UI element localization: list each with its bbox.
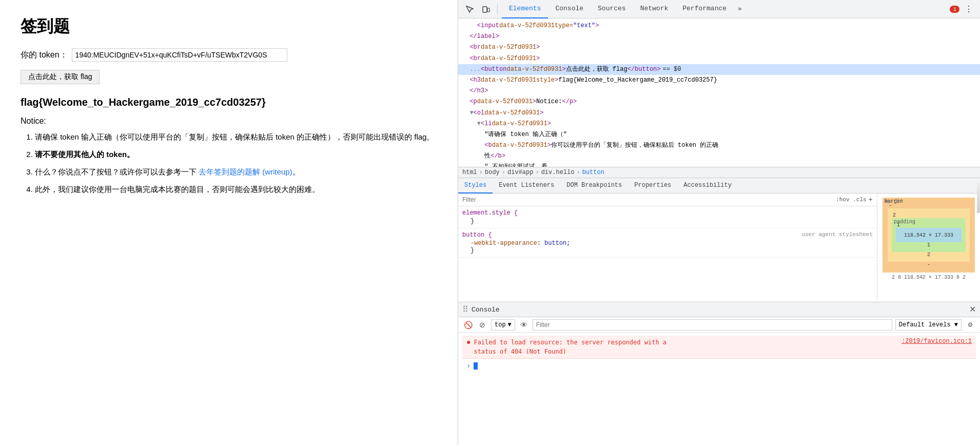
style-rule-header: element.style { (462, 209, 873, 217)
dom-line: <br data-v-52fd0931> (458, 42, 980, 53)
writeup-link[interactable]: 去年签到题的题解 (writeup) (199, 167, 292, 176)
styles-filter-pseudo[interactable]: :hov .cls (836, 197, 866, 203)
console-error-line: ● Failed to load resource: the server re… (462, 336, 976, 359)
bc-body[interactable]: body (485, 169, 500, 176)
dom-line: ▼ <ol data-v-52fd0931> (458, 108, 980, 119)
styles-panel: :hov .cls + element.style { } button { u… (458, 194, 980, 302)
error-line2: status of 404 (Not Found) (474, 348, 566, 355)
error-badge: 1 (950, 6, 959, 13)
bm-margin: margin - border 2 padding 1 118.542 × 17… (883, 198, 975, 273)
bc-button[interactable]: button (582, 169, 604, 176)
notice-title: Notice: (21, 117, 437, 126)
style-close-brace-button: } (462, 247, 873, 254)
bc-html[interactable]: html (462, 169, 477, 176)
breadcrumb: html › body › div#app › div.hello › butt… (458, 167, 980, 178)
styles-tab-properties[interactable]: Properties (628, 178, 677, 194)
bm-border-top: 2 (892, 212, 966, 218)
list-item: 请不要使用其他人的 token。 (35, 148, 437, 161)
dom-line: "请确保 token 输入正确（" (458, 129, 980, 140)
token-input[interactable] (72, 48, 287, 62)
console-clear-button[interactable]: 🚫 (462, 319, 474, 331)
page-title: 签到题 (21, 15, 437, 38)
devtools-right-icons: 1 ⋮ (950, 2, 976, 16)
console-eye-button[interactable]: 👁 (518, 319, 530, 331)
dom-line: </h3> (458, 86, 980, 96)
more-tabs-button[interactable]: » (734, 0, 746, 18)
webpage-content: 签到题 你的 token： 点击此处，获取 flag flag{Welcome_… (0, 0, 458, 445)
bm-padding-bottom: 1 (896, 242, 962, 248)
bc-app[interactable]: div#app (507, 169, 533, 176)
styles-tab-accessibility[interactable]: Accessibility (677, 178, 738, 194)
device-toolbar-button[interactable] (479, 2, 493, 16)
notice-item-3-pre: 什么？你说点不了按钮？或许你可以去参考一下 (35, 167, 199, 176)
console-levels-select[interactable]: Default levels ▼ (895, 319, 962, 331)
list-item: 什么？你说点不了按钮？或许你可以去参考一下 去年签到题的题解 (writeup)… (35, 166, 437, 178)
list-item: 此外，我们建议你使用一台电脑完成本比赛的题目，否则可能会遇到比较大的困难。 (35, 183, 437, 196)
style-selector: element.style { (462, 209, 518, 217)
styles-filter-input[interactable] (462, 196, 834, 203)
bm-border: border 2 padding 1 118.542 × 17.333 1 2 (888, 208, 970, 262)
error-line1: Failed to load resource: the server resp… (474, 339, 667, 346)
tab-sources[interactable]: Sources (591, 0, 633, 18)
console-filter-input[interactable] (533, 319, 892, 331)
svg-rect-0 (483, 7, 487, 12)
box-dims: 2 6 118.542 × 17.333 6 2 (892, 275, 966, 280)
dom-inspector[interactable]: <input data-v-52fd0931 type="text" > </l… (458, 18, 980, 167)
console-toolbar: 🚫 ⊘ top ▼ 👁 Default levels ▼ ⚙ (458, 317, 980, 333)
console-label: Console (472, 306, 500, 314)
console-prompt-line: › (462, 360, 976, 372)
tab-elements[interactable]: Elements (502, 0, 548, 18)
token-label: 你的 token： (21, 50, 68, 61)
close-console-button[interactable]: ✕ (969, 305, 976, 314)
console-cursor (474, 362, 478, 370)
console-context-select[interactable]: top ▼ (491, 319, 515, 331)
console-header: ⠿ Console ✕ (458, 302, 980, 317)
dom-line: <b data-v-52fd0931>你可以使用平台的「复制」按钮，确保粘贴后 … (458, 140, 980, 151)
dom-line-selected[interactable]: ... <button data-v-52fd0931>点击此处，获取 flag… (458, 64, 980, 75)
flag-text: flag{Welcome_to_Hackergame_2019_cc7cd032… (21, 96, 437, 108)
devtools-tabs: Elements Console Sources Network Perform… (502, 0, 948, 18)
dom-line: ▼ <li data-v-52fd0931> (458, 119, 980, 129)
style-rule-header-button: button { user agent stylesheet (462, 231, 873, 239)
token-row: 你的 token： (21, 48, 437, 62)
dom-line: <br data-v-52fd0931> (458, 53, 980, 64)
error-icon: ● (466, 338, 471, 346)
notice-item-3-post: 。 (292, 167, 300, 176)
styles-tab-event-listeners[interactable]: Event Listeners (493, 178, 560, 194)
console-drag-handle[interactable]: ⠿ (462, 304, 468, 315)
styles-tab-dom-breakpoints[interactable]: DOM Breakpoints (560, 178, 628, 194)
dom-line: "…不如到这里试试，看 (458, 162, 980, 167)
tab-network[interactable]: Network (633, 0, 676, 18)
devtools-panel: Elements Console Sources Network Perform… (458, 0, 980, 445)
console-prompt-arrow: › (466, 362, 471, 370)
separator (497, 4, 498, 14)
dom-line: <p data-v-52fd0931>Notice:</p> (458, 96, 980, 107)
error-source-link[interactable]: :2019/favicon.ico:1 (901, 338, 972, 345)
console-error-text: Failed to load resource: the server resp… (474, 338, 898, 356)
inspect-element-button[interactable] (462, 2, 477, 16)
dom-line: </label> (458, 31, 980, 42)
close-devtools-button[interactable]: ⋮ (962, 2, 976, 16)
style-close-brace: } (462, 218, 873, 225)
list-item: 请确保 token 输入正确（你可以使用平台的「复制」按钮，确保粘贴后 toke… (35, 131, 437, 143)
bm-padding: padding 1 118.542 × 17.333 1 (892, 218, 966, 252)
style-section-element: element.style { } (458, 206, 877, 228)
notice-item-1-text: 请确保 token 输入正确（你可以使用平台的「复制」按钮，确保粘贴后 toke… (35, 132, 434, 141)
style-section-button: button { user agent stylesheet -webkit-a… (458, 228, 877, 258)
styles-filter-plus[interactable]: + (869, 196, 873, 204)
console-body: ● Failed to load resource: the server re… (458, 333, 980, 445)
tab-console[interactable]: Console (548, 0, 591, 18)
dom-line: 性</b> (458, 151, 980, 162)
console-settings-button[interactable]: ⚙ (965, 319, 976, 331)
style-selector-button: button { (462, 231, 492, 239)
get-flag-button[interactable]: 点击此处，获取 flag (21, 70, 100, 84)
console-context-label: top (495, 321, 506, 328)
dom-line: <input data-v-52fd0931 type="text" > (458, 21, 980, 31)
bc-hello[interactable]: div.hello (541, 169, 575, 176)
console-levels-label: Default levels ▼ (899, 321, 958, 328)
box-model: margin - border 2 padding 1 118.542 × 17… (883, 198, 975, 273)
styles-left: :hov .cls + element.style { } button { u… (458, 194, 877, 302)
console-filter-button[interactable]: ⊘ (477, 319, 488, 331)
tab-performance[interactable]: Performance (675, 0, 734, 18)
styles-tab-styles[interactable]: Styles (458, 178, 493, 194)
